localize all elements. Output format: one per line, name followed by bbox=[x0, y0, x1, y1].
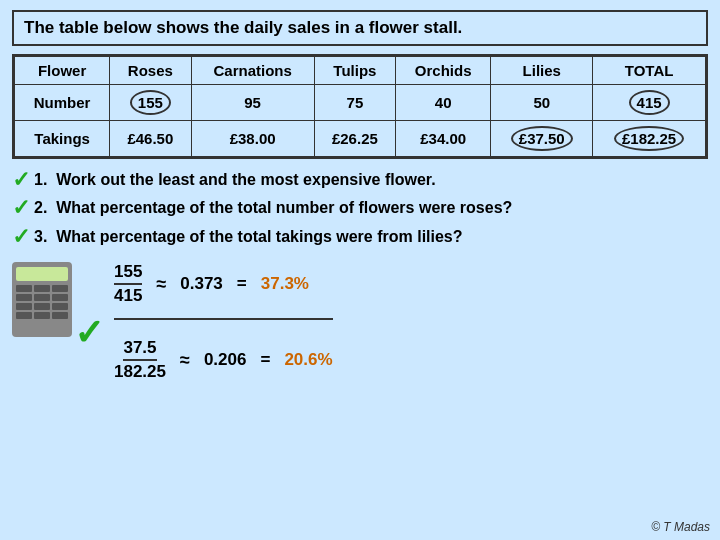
fraction-1: 155 415 bbox=[114, 262, 142, 306]
lilies-takings-circled: £37.50 bbox=[511, 126, 573, 151]
row-label-number: Number bbox=[15, 85, 110, 121]
formula1-equals: = bbox=[237, 274, 247, 294]
formulas-area: 155 415 ≈ 0.373 = 37.3% 37.5 182.25 ≈ bbox=[114, 262, 333, 382]
question-1-text: 1. Work out the least and the most expen… bbox=[34, 169, 436, 191]
formula2-wrapper: 37.5 182.25 ≈ 0.206 = 20.6% bbox=[114, 338, 333, 382]
calc-btn-6 bbox=[52, 294, 68, 301]
calc-btn-5 bbox=[34, 294, 50, 301]
calc-btn-4 bbox=[16, 294, 32, 301]
table-row-takings: Takings £46.50 £38.00 £26.25 £34.00 £37.… bbox=[15, 121, 706, 157]
question-1: ✓ 1. Work out the least and the most exp… bbox=[12, 169, 708, 193]
calc-btn-7 bbox=[16, 303, 32, 310]
fraction2-numerator: 37.5 bbox=[123, 338, 156, 361]
cell-lilies-number: 50 bbox=[491, 85, 593, 121]
formula2-row: 37.5 182.25 ≈ 0.206 = 20.6% bbox=[114, 338, 333, 382]
cell-roses-takings: £46.50 bbox=[110, 121, 191, 157]
question-3-text: 3. What percentage of the total takings … bbox=[34, 226, 463, 248]
col-lilies: Lilies bbox=[491, 57, 593, 85]
formula1-wrapper: 155 415 ≈ 0.373 = 37.3% bbox=[114, 262, 333, 320]
fraction1-numerator: 155 bbox=[114, 262, 142, 285]
calc-screen bbox=[16, 267, 68, 281]
col-tulips: Tulips bbox=[314, 57, 395, 85]
formula1-row: 155 415 ≈ 0.373 = 37.3% bbox=[114, 262, 333, 306]
col-carnations: Carnations bbox=[191, 57, 314, 85]
table-row-number: Number 155 95 75 40 50 415 bbox=[15, 85, 706, 121]
calc-btn-11 bbox=[34, 312, 50, 319]
calc-area: ✓ 155 415 ≈ 0.373 = 37.3% bbox=[12, 262, 708, 382]
calc-btn-3 bbox=[52, 285, 68, 292]
cell-total-number: 415 bbox=[593, 85, 706, 121]
calc-btn-12 bbox=[52, 312, 68, 319]
question-3: ✓ 3. What percentage of the total taking… bbox=[12, 226, 708, 250]
header-box: The table below shows the daily sales in… bbox=[12, 10, 708, 46]
cell-carnations-takings: £38.00 bbox=[191, 121, 314, 157]
total-number-circled: 415 bbox=[629, 90, 670, 115]
calc-btn-10 bbox=[16, 312, 32, 319]
header-text: The table below shows the daily sales in… bbox=[24, 18, 462, 37]
calc-btn-1 bbox=[16, 285, 32, 292]
copyright: © T Madas bbox=[651, 520, 710, 534]
calc-btn-8 bbox=[34, 303, 50, 310]
total-takings-circled: £182.25 bbox=[614, 126, 684, 151]
cell-orchids-number: 40 bbox=[396, 85, 491, 121]
cell-lilies-takings: £37.50 bbox=[491, 121, 593, 157]
fraction1-denominator: 415 bbox=[114, 286, 142, 306]
data-table: Flower Roses Carnations Tulips Orchids L… bbox=[14, 56, 706, 157]
formula1-decimal: 0.373 bbox=[180, 274, 223, 294]
approx-sign-2: ≈ bbox=[180, 350, 190, 371]
big-tick: ✓ bbox=[74, 315, 104, 351]
calculator-area: ✓ bbox=[12, 262, 90, 337]
calc-buttons bbox=[16, 285, 68, 319]
cell-total-takings: £182.25 bbox=[593, 121, 706, 157]
col-roses: Roses bbox=[110, 57, 191, 85]
formula2-equals: = bbox=[260, 350, 270, 370]
approx-sign-1: ≈ bbox=[156, 274, 166, 295]
fraction-2: 37.5 182.25 bbox=[114, 338, 166, 382]
col-total: TOTAL bbox=[593, 57, 706, 85]
calculator-icon bbox=[12, 262, 72, 337]
row-label-takings: Takings bbox=[15, 121, 110, 157]
fraction2-denominator: 182.25 bbox=[114, 362, 166, 382]
roses-number-circled: 155 bbox=[130, 90, 171, 115]
cell-carnations-number: 95 bbox=[191, 85, 314, 121]
cell-roses-number: 155 bbox=[110, 85, 191, 121]
formula2-decimal: 0.206 bbox=[204, 350, 247, 370]
tick-3: ✓ bbox=[12, 224, 30, 250]
calc-btn-9 bbox=[52, 303, 68, 310]
questions-section: ✓ 1. Work out the least and the most exp… bbox=[12, 169, 708, 250]
cell-orchids-takings: £34.00 bbox=[396, 121, 491, 157]
cell-tulips-takings: £26.25 bbox=[314, 121, 395, 157]
table-wrapper: Flower Roses Carnations Tulips Orchids L… bbox=[12, 54, 708, 159]
main-container: The table below shows the daily sales in… bbox=[0, 0, 720, 540]
question-2-text: 2. What percentage of the total number o… bbox=[34, 197, 512, 219]
col-flower: Flower bbox=[15, 57, 110, 85]
formula1-result: 37.3% bbox=[261, 274, 309, 294]
tick-2: ✓ bbox=[12, 195, 30, 221]
tick-1: ✓ bbox=[12, 167, 30, 193]
question-2: ✓ 2. What percentage of the total number… bbox=[12, 197, 708, 221]
formula2-result: 20.6% bbox=[284, 350, 332, 370]
cell-tulips-number: 75 bbox=[314, 85, 395, 121]
col-orchids: Orchids bbox=[396, 57, 491, 85]
calc-btn-2 bbox=[34, 285, 50, 292]
